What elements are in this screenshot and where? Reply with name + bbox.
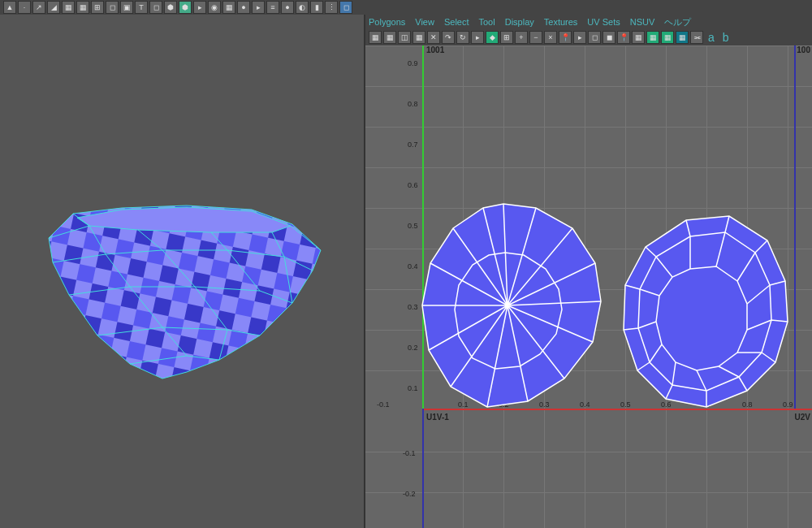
tool-sphere2-icon[interactable]: ◐ (296, 1, 309, 14)
uvtool-active-icon[interactable]: ◆ (486, 31, 499, 44)
tool-grid2-icon[interactable]: ▦ (76, 1, 89, 14)
uv-editor-panel: Polygons View Select Tool Display Textur… (365, 15, 812, 528)
tool-arrow2-icon[interactable]: ▸ (193, 1, 206, 14)
uvtool-arrow-icon[interactable]: ↷ (442, 31, 455, 44)
tool-box-icon[interactable]: ▣ (120, 1, 133, 14)
uvtool-edge-icon[interactable]: ◫ (398, 31, 411, 44)
tool-grid-icon[interactable]: ▦ (62, 1, 75, 14)
uv-canvas[interactable]: 1001 100 U1V-1 U2V 0.9 0.8 0.7 0.6 0.5 0… (365, 45, 812, 528)
tool-cube2-icon[interactable]: ⬢ (179, 1, 192, 14)
menu-display[interactable]: Display (505, 17, 534, 27)
uvtool-x-icon[interactable]: ✕ (427, 31, 440, 44)
tool-uv-icon[interactable]: ⊞ (91, 1, 104, 14)
tool-cyl-icon[interactable]: ▮ (310, 1, 323, 14)
uvtool-dot-icon[interactable]: ▸ (471, 31, 484, 44)
uvtool-plus-icon[interactable]: + (515, 31, 528, 44)
tool-globe-icon[interactable]: ◉ (208, 1, 221, 14)
uvtool-minus-icon[interactable]: − (529, 31, 542, 44)
uvtool-chk3-icon[interactable]: ▦ (676, 31, 689, 44)
uvtool-pin-icon[interactable]: 📍 (559, 31, 572, 44)
uvtool-x2-icon[interactable]: × (544, 31, 557, 44)
uvtool-rotate-icon[interactable]: ↻ (456, 31, 469, 44)
tool-scale-icon[interactable]: ◢ (47, 1, 60, 14)
uvtool-pin2-icon[interactable]: 📍 (617, 31, 630, 44)
uv-shells (365, 45, 812, 528)
main-toolbar: ▲ · ↗ ◢ ▦ ▦ ⊞ ◻ ▣ T ◻ ⬢ ⬢ ▸ ◉ ▦ ● ▸ ≡ ● … (0, 0, 812, 15)
uvtool-link-icon[interactable]: ⫘ (690, 31, 703, 44)
uvtool-select-icon[interactable]: ▦ (369, 31, 382, 44)
uvtool-vertex-icon[interactable]: ▦ (383, 31, 396, 44)
main-area: Polygons View Select Tool Display Textur… (0, 15, 812, 528)
menu-textures[interactable]: Textures (544, 17, 578, 27)
tool-square-icon[interactable]: ◻ (106, 1, 119, 14)
menu-help[interactable]: ヘルプ (664, 16, 691, 28)
tool-arrow-icon[interactable]: ↗ (32, 1, 45, 14)
uvtool-arrow2-icon[interactable]: ▸ (573, 31, 586, 44)
uv-menubar: Polygons View Select Tool Display Textur… (365, 15, 812, 29)
menu-polygons[interactable]: Polygons (369, 17, 405, 27)
tool-point-icon[interactable]: · (18, 1, 31, 14)
tool-cube-icon[interactable]: ⬢ (164, 1, 177, 14)
uvtool-sq-icon[interactable]: ◻ (588, 31, 601, 44)
uvtool-sq2-icon[interactable]: ◼ (603, 31, 615, 44)
menu-select[interactable]: Select (444, 17, 469, 27)
uvtool-chk2-icon[interactable]: ▦ (661, 31, 674, 44)
uvtool-chk-icon[interactable]: ▦ (646, 31, 659, 44)
tool-dot2-icon[interactable]: ● (237, 1, 250, 14)
uvtool-face-icon[interactable]: ▦ (412, 31, 425, 44)
tool-sphere-icon[interactable]: ● (281, 1, 294, 14)
tool-three-icon[interactable]: ⋮ (325, 1, 338, 14)
tool-triangle-icon[interactable]: ▲ (3, 1, 16, 14)
menu-tool[interactable]: Tool (479, 17, 495, 27)
tool-text-icon[interactable]: T (135, 1, 148, 14)
uv-label-a: a (708, 31, 715, 44)
tool-sq3-icon[interactable]: ◻ (339, 1, 352, 14)
menu-uvsets[interactable]: UV Sets (587, 17, 620, 27)
uv-toolbar: ▦ ▦ ◫ ▦ ✕ ↷ ↻ ▸ ◆ ⊞ + − × 📍 ▸ ◻ ◼ 📍 ▦ ▦ … (365, 29, 812, 45)
uvtool-grid2-icon[interactable]: ▦ (632, 31, 645, 44)
tool-bar-icon[interactable]: ≡ (266, 1, 279, 14)
menu-view[interactable]: View (415, 17, 434, 27)
menu-nsuv[interactable]: NSUV (630, 17, 655, 27)
uvtool-grid-icon[interactable]: ⊞ (500, 31, 513, 44)
viewport-3d[interactable] (0, 15, 365, 528)
tool-square2-icon[interactable]: ◻ (149, 1, 162, 14)
tool-checker-icon[interactable]: ▦ (222, 1, 235, 14)
tool-tri2-icon[interactable]: ▸ (252, 1, 265, 14)
diamond-mesh-3d (0, 15, 365, 526)
uv-label-b: b (723, 31, 729, 44)
